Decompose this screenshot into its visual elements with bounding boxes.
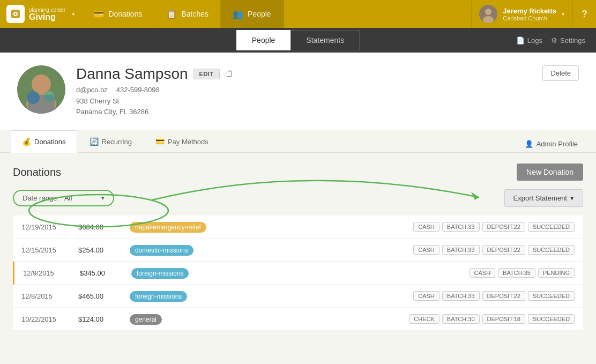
edit-person-button[interactable]: EDIT	[193, 69, 220, 79]
fund-tag: nepal-emergency-relief	[130, 222, 206, 233]
donation-tag: BATCH:33	[442, 222, 480, 232]
donation-row: 10/22/2015 $124.00 general CHECKBATCH:30…	[13, 308, 583, 331]
person-name-row: Danna Sampson EDIT 🗒	[76, 65, 532, 83]
donation-tags: CASHBATCH:35PENDING	[470, 268, 575, 278]
new-donation-button[interactable]: New Donation	[517, 164, 583, 181]
logs-link[interactable]: 📄 Logs	[516, 36, 542, 44]
donation-tag: CASH	[413, 222, 439, 232]
help-button[interactable]: ?	[572, 0, 596, 28]
nav-item-batches[interactable]: 📋 Batches	[154, 0, 221, 28]
donation-date: 12/19/2015	[21, 223, 70, 231]
settings-link[interactable]: ⚙ Settings	[551, 36, 585, 44]
tab-pay-methods[interactable]: 💳 Pay Methods	[144, 130, 220, 152]
donation-tag: BATCH:30	[442, 314, 480, 324]
donation-fund: foreign-missions	[130, 292, 187, 300]
delete-person-button[interactable]: Delete	[542, 65, 579, 81]
donation-row: 12/9/2015 $345.00 foreign-missions CASHB…	[13, 262, 583, 285]
donation-fund: general	[130, 315, 162, 323]
tab-donations[interactable]: 💰 Donations	[11, 130, 77, 153]
person-info: Danna Sampson EDIT 🗒 d@pco.bz 432-599-80…	[76, 65, 532, 117]
batches-nav-icon: 📋	[166, 9, 177, 19]
person-header: Danna Sampson EDIT 🗒 d@pco.bz 432-599-80…	[0, 53, 596, 130]
person-name: Danna Sampson	[76, 65, 188, 83]
person-email: d@pco.bz	[76, 86, 108, 94]
donation-tag: DEPOSIT:22	[482, 222, 525, 232]
user-info: Jeremy Ricketts Carlsbad Church	[503, 7, 556, 21]
logo-icon	[6, 5, 25, 23]
export-statement-button[interactable]: Export Statement ▾	[504, 189, 583, 207]
date-range-filter: Date range: All This Year Last Year Cust…	[13, 190, 114, 206]
donation-tag: PENDING	[538, 268, 575, 278]
donations-section-title: Donations	[13, 166, 61, 179]
donation-date: 12/8/2015	[21, 292, 70, 300]
svg-point-7	[32, 75, 51, 94]
logo-text: planning center Giving	[29, 7, 65, 21]
person-avatar-image	[17, 65, 65, 114]
donation-tag: SUCCEEDED	[528, 291, 575, 301]
nav-item-donations[interactable]: 💳 Donations	[81, 0, 154, 28]
app-logo[interactable]: planning center Giving ▾	[0, 0, 81, 28]
person-phone: 432-599-8098	[116, 86, 160, 94]
donation-date: 12/15/2015	[21, 246, 70, 254]
donation-tags: CASHBATCH:33DEPOSIT:22SUCCEEDED	[413, 222, 575, 232]
donation-tag: SUCCEEDED	[528, 314, 575, 324]
message-icon[interactable]: 🗒	[225, 69, 234, 79]
donation-tag: DEPOSIT:18	[482, 314, 525, 324]
donation-row: 12/8/2015 $465.00 foreign-missions CASHB…	[13, 285, 583, 308]
donation-amount: $254.00	[78, 246, 121, 254]
fund-tag: domestic-missions	[130, 245, 193, 256]
donation-tag: CASH	[413, 291, 439, 301]
user-chevron-icon: ▾	[562, 11, 565, 18]
fund-tag: foreign-missions	[131, 268, 189, 279]
donations-tab-icon: 💰	[22, 137, 31, 146]
pay-methods-tab-icon: 💳	[155, 137, 165, 146]
donation-amount: $465.00	[78, 292, 121, 300]
donations-header: Donations New Donation	[13, 164, 583, 181]
donation-tags: CASHBATCH:33DEPOSIT:22SUCCEEDED	[413, 291, 575, 301]
donation-tag: BATCH:33	[442, 291, 480, 301]
tab-recurring[interactable]: 🔄 Recurring	[78, 130, 143, 152]
donation-date: 12/9/2015	[23, 269, 71, 277]
person-address: 938 Cherry St Panama City, FL 36286	[76, 96, 532, 117]
svg-point-4	[485, 9, 491, 15]
donation-amount: $684.00	[78, 223, 121, 231]
svg-point-2	[14, 13, 17, 15]
people-nav-icon: 👥	[233, 9, 243, 19]
tabs-right-actions: 👤 Admin Profile	[517, 136, 585, 152]
donation-tag: BATCH:35	[498, 268, 535, 278]
date-range-label: Date range:	[23, 194, 59, 202]
donation-amount: $345.00	[80, 269, 123, 277]
admin-profile-icon: 👤	[525, 140, 533, 148]
donation-tag: DEPOSIT:22	[482, 291, 525, 301]
donation-fund: foreign-missions	[131, 269, 189, 277]
donation-tag: CASH	[413, 245, 439, 255]
person-contact: d@pco.bz 432-599-8098	[76, 86, 532, 94]
user-menu[interactable]: Jeremy Ricketts Carlsbad Church ▾	[471, 0, 572, 28]
date-range-select[interactable]: All This Year Last Year Custom	[64, 194, 96, 202]
donation-tags: CHECKBATCH:30DEPOSIT:18SUCCEEDED	[409, 314, 575, 324]
fund-tag: general	[130, 314, 162, 325]
donation-tag: SUCCEEDED	[528, 222, 575, 232]
donation-tag: BATCH:33	[442, 245, 480, 255]
donation-row: 12/15/2015 $254.00 domestic-missions CAS…	[13, 239, 583, 262]
main-content: Donations New Donation Date range: All T…	[0, 153, 596, 341]
annotation-container: Date range: All This Year Last Year Cust…	[13, 189, 583, 207]
svg-rect-11	[28, 95, 55, 114]
person-address-line1: 938 Cherry St	[76, 96, 532, 107]
donation-tag: DEPOSIT:22	[482, 245, 525, 255]
sub-tab-people[interactable]: People	[236, 30, 291, 50]
recurring-tab-icon: 🔄	[90, 137, 99, 146]
export-chevron-icon: ▾	[570, 194, 574, 202]
admin-profile-button[interactable]: 👤 Admin Profile	[517, 136, 585, 152]
logo-chevron-icon: ▾	[72, 11, 75, 18]
donation-tag: SUCCEEDED	[528, 245, 575, 255]
logs-icon: 📄	[516, 36, 525, 44]
sub-nav-actions: 📄 Logs ⚙ Settings	[516, 36, 585, 44]
donation-date: 10/22/2015	[21, 315, 70, 323]
user-avatar	[479, 5, 497, 23]
person-avatar	[17, 65, 65, 114]
date-range-chevron-icon: ▾	[101, 195, 105, 202]
donation-tag: CHECK	[409, 314, 439, 324]
nav-item-people[interactable]: 👥 People	[221, 0, 284, 28]
sub-tab-statements[interactable]: Statements	[290, 30, 360, 50]
